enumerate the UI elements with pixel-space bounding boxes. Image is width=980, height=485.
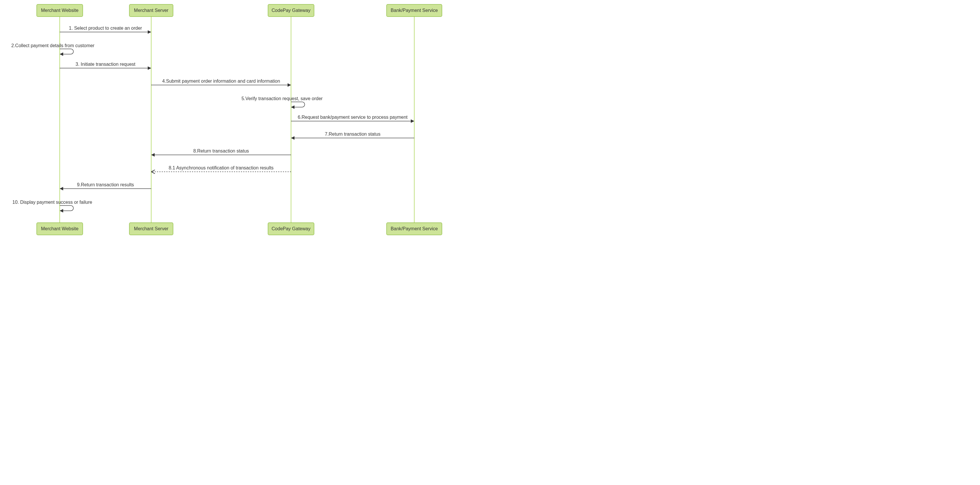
actor-top-label-bank_service: Bank/Payment Service <box>391 8 438 13</box>
message-label-5: 6.Request bank/payment service to proces… <box>298 115 408 120</box>
message-label-4: 5.Verify transaction request, save order <box>242 96 323 101</box>
actor-bottom-label-bank_service: Bank/Payment Service <box>391 226 438 231</box>
message-self-loop-10 <box>60 206 73 211</box>
message-label-8: 8.1 Asynchronous notification of transac… <box>169 165 274 170</box>
actor-bottom-label-merchant_server: Merchant Server <box>134 226 169 231</box>
actor-bottom-label-codepay_gateway: CodePay Gateway <box>272 226 310 231</box>
message-self-loop-1 <box>60 49 73 54</box>
message-label-0: 1. Select product to create an order <box>69 25 142 30</box>
message-self-loop-4 <box>291 102 305 107</box>
actor-top-label-merchant_website: Merchant Website <box>41 8 79 13</box>
actor-bottom-label-merchant_website: Merchant Website <box>41 226 79 231</box>
message-label-10: 10. Display payment success or failure <box>13 200 92 204</box>
message-label-1: 2.Collect payment details from customer <box>11 43 95 48</box>
actor-top-label-codepay_gateway: CodePay Gateway <box>272 8 310 13</box>
message-label-7: 8.Return transaction status <box>193 149 249 154</box>
message-label-6: 7.Return transaction status <box>325 132 380 136</box>
sequence-diagram: Merchant WebsiteMerchant ServerCodePay G… <box>0 0 490 242</box>
actor-top-label-merchant_server: Merchant Server <box>134 8 169 13</box>
message-label-9: 9.Return transaction results <box>77 182 134 187</box>
message-label-2: 3. Initiate transaction request <box>75 62 135 67</box>
message-label-3: 4.Submit payment order information and c… <box>162 79 280 84</box>
